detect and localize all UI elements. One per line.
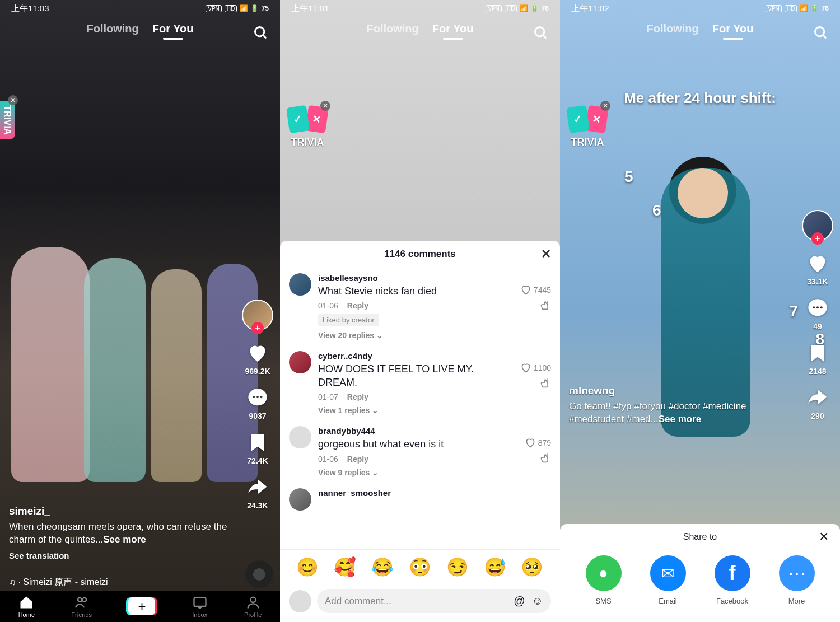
avatar[interactable] <box>289 488 311 511</box>
tab-following[interactable]: Following <box>366 22 418 35</box>
svg-point-6 <box>78 598 82 602</box>
save-button[interactable]: 2148 <box>806 342 829 376</box>
comment-username[interactable]: brandybby444 <box>318 426 518 436</box>
tab-foryou[interactable]: For You <box>152 22 194 35</box>
emoji-button[interactable]: 😅 <box>484 556 506 578</box>
chevron-down-icon: ⌄ <box>372 468 379 477</box>
comment-like-button[interactable]: 1100 <box>520 362 551 373</box>
nav-home[interactable]: Home <box>18 595 35 618</box>
caption[interactable]: When cheongsam meets opera, who can refu… <box>9 521 235 546</box>
svg-point-17 <box>820 306 823 308</box>
mention-icon[interactable]: @ <box>514 595 525 607</box>
follow-button[interactable]: + <box>811 232 824 245</box>
see-more-button[interactable]: See more <box>659 414 702 424</box>
close-icon[interactable]: ✕ <box>541 247 551 261</box>
tab-following[interactable]: Following <box>646 22 698 35</box>
home-icon <box>18 595 34 610</box>
comment-username[interactable]: nanner_smoosher <box>318 488 551 498</box>
emoji-button[interactable]: 😂 <box>371 556 394 578</box>
nav-create[interactable]: + <box>128 597 155 615</box>
share-more[interactable]: ⋯More <box>779 555 815 605</box>
see-translation-button[interactable]: See translation <box>9 551 235 560</box>
music-info[interactable]: ♫ · Simeizi 原声 - simeizi <box>9 577 108 588</box>
share-button[interactable]: 290 <box>806 387 829 420</box>
bottom-nav: Home Friends + Inbox Profile <box>0 591 280 622</box>
trivia-badge[interactable]: ✕ TRIVIA <box>568 106 607 148</box>
share-button[interactable]: 24.3K <box>246 476 269 510</box>
tab-foryou[interactable]: For You <box>432 22 474 35</box>
create-button[interactable]: + <box>128 597 155 615</box>
music-disc-icon[interactable] <box>245 560 273 588</box>
status-indicators: VPNHD📶 🔋76 <box>766 4 829 12</box>
tab-following[interactable]: Following <box>86 22 138 35</box>
username[interactable]: mlnewng <box>569 385 790 397</box>
profile-icon <box>245 595 261 610</box>
reply-button[interactable]: Reply <box>347 455 368 464</box>
close-icon[interactable]: ✕ <box>8 95 18 105</box>
avatar[interactable] <box>289 273 311 296</box>
emoji-button[interactable]: 😳 <box>409 556 431 578</box>
close-icon[interactable]: ✕ <box>819 530 829 544</box>
avatar[interactable] <box>289 351 311 373</box>
close-icon[interactable]: ✕ <box>600 101 610 111</box>
emoji-button[interactable]: 🥰 <box>334 556 356 578</box>
overlay-number: 6 <box>652 202 661 219</box>
close-icon[interactable]: ✕ <box>320 101 330 111</box>
dislike-icon[interactable] <box>540 452 551 463</box>
comment-like-button[interactable]: 7445 <box>520 284 551 296</box>
save-button[interactable]: 72.4K <box>246 432 269 465</box>
comment-input[interactable]: Add comment... @☺ <box>317 589 551 613</box>
svg-point-12 <box>815 27 824 36</box>
creator-avatar[interactable]: + <box>242 300 273 331</box>
screen-feed-1: 上午11:03 VPNHD📶 🔋75 Following For You ✕ T… <box>0 0 280 622</box>
see-more-button[interactable]: See more <box>103 534 146 545</box>
status-time: 上午11:01 <box>291 3 329 14</box>
facebook-icon: f <box>715 555 750 591</box>
emoji-picker-icon[interactable]: ☺ <box>532 595 543 607</box>
creator-avatar[interactable]: + <box>802 210 833 241</box>
comment-username[interactable]: cyberr..c4ndy <box>318 351 514 361</box>
share-icon <box>806 387 829 409</box>
like-button[interactable]: 969.2K <box>245 342 270 376</box>
trivia-badge[interactable]: ✕ TRIVIA <box>288 106 327 148</box>
avatar[interactable] <box>289 590 311 612</box>
top-nav: Following For You <box>0 22 280 35</box>
view-replies-button[interactable]: View 20 replies ⌄ <box>318 331 514 340</box>
comment-like-button[interactable]: 879 <box>525 437 551 448</box>
share-icon <box>246 476 269 499</box>
overlay-number: 7 <box>789 302 798 320</box>
share-facebook[interactable]: fFacebook <box>715 555 750 605</box>
username[interactable]: simeizi_ <box>9 505 235 517</box>
follow-button[interactable]: + <box>251 322 264 334</box>
dislike-icon[interactable] <box>540 299 551 310</box>
avatar[interactable] <box>289 426 311 448</box>
nav-profile[interactable]: Profile <box>244 595 262 618</box>
search-icon[interactable] <box>813 25 829 43</box>
comment-button[interactable]: 49 <box>806 297 829 331</box>
comments-list[interactable]: isabellesaysno What Stevie nicks fan die… <box>280 268 560 549</box>
nav-friends[interactable]: Friends <box>71 595 92 618</box>
comment-username[interactable]: isabellesaysno <box>318 273 514 283</box>
reply-button[interactable]: Reply <box>347 301 368 310</box>
comment-text: What Stevie nicks fan died <box>318 285 514 298</box>
search-icon[interactable] <box>533 25 549 43</box>
emoji-button[interactable]: 🥺 <box>521 556 543 578</box>
search-icon[interactable] <box>253 25 269 43</box>
view-replies-button[interactable]: View 9 replies ⌄ <box>318 468 518 477</box>
comment-button[interactable]: 9037 <box>246 387 269 420</box>
reply-button[interactable]: Reply <box>347 392 368 401</box>
dislike-icon[interactable] <box>540 377 551 388</box>
nav-inbox[interactable]: Inbox <box>192 595 208 618</box>
caption[interactable]: Go team!! #fyp #foryou #doctor #medicine… <box>569 400 790 426</box>
svg-point-4 <box>256 396 259 398</box>
tab-foryou[interactable]: For You <box>712 22 754 35</box>
like-button[interactable]: 33.1K <box>806 252 829 286</box>
view-replies-button[interactable]: View 1 replies ⌄ <box>318 406 514 415</box>
share-sms[interactable]: ●SMS <box>586 555 622 605</box>
share-title: Share to <box>683 532 717 542</box>
emoji-button[interactable]: 😏 <box>446 556 469 578</box>
share-email[interactable]: ✉Email <box>650 555 686 605</box>
emoji-button[interactable]: 😊 <box>296 556 319 578</box>
trivia-badge[interactable]: ✕ TRIVIA <box>0 101 15 139</box>
chevron-down-icon: ⌄ <box>372 406 379 415</box>
